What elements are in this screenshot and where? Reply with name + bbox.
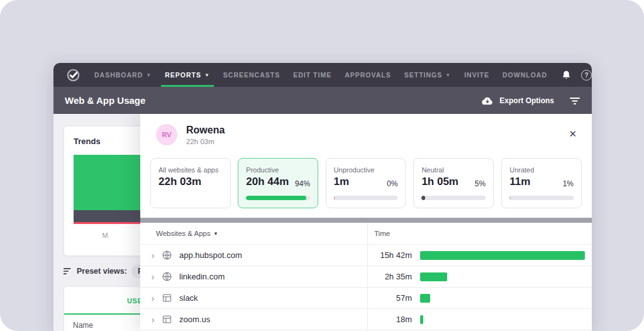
- column-header-websites-apps[interactable]: Websites & Apps ▾: [140, 223, 368, 244]
- row-website-cell: › app.hubspot.com: [140, 245, 368, 266]
- sort-caret-icon: ▾: [214, 230, 218, 237]
- nav-item-label: INVITE: [464, 71, 489, 79]
- row-time-cell: 18m: [368, 309, 592, 330]
- subheader-actions: Export Options: [481, 94, 580, 107]
- chevron-down-icon: ▼: [204, 72, 210, 78]
- column-label: Websites & Apps: [156, 230, 211, 237]
- time-bar-area: [420, 251, 585, 260]
- summary-cards-row: All websites & apps 22h 03m Productive 2…: [150, 158, 582, 208]
- summary-card[interactable]: All websites & apps 22h 03m: [150, 158, 231, 208]
- filter-icon[interactable]: [569, 96, 580, 105]
- app-window-icon: [162, 293, 172, 303]
- expand-chevron-icon[interactable]: ›: [149, 315, 157, 324]
- table-header: Websites & Apps ▾ Time: [140, 223, 592, 245]
- chevron-down-icon: ▼: [445, 72, 451, 78]
- notifications-bell-icon[interactable]: [560, 69, 572, 81]
- nav-item-label: DASHBOARD: [94, 71, 143, 79]
- time-bar-area: [420, 315, 585, 324]
- user-detail-header: RV Rowena 22h 03m ✕: [140, 114, 592, 145]
- content-area: Trends M Preset views: Produ USER: [53, 114, 592, 331]
- row-website-cell: › slack: [140, 288, 368, 308]
- summary-card-label: All websites & apps: [158, 166, 223, 174]
- preset-filter-icon: [63, 267, 72, 275]
- nav-item-label: DOWNLOAD: [502, 71, 547, 79]
- expand-chevron-icon[interactable]: ›: [149, 272, 157, 281]
- report-subheader: Web & App Usage Export Options: [53, 87, 592, 114]
- section-divider: [140, 218, 592, 223]
- help-icon[interactable]: ?: [581, 70, 592, 81]
- website-name: slack: [179, 293, 198, 303]
- summary-card-percent: 1%: [563, 179, 574, 188]
- column-header-time: Time: [368, 230, 390, 237]
- users-name-column-header: Name: [73, 321, 93, 330]
- summary-progress-track: [509, 196, 574, 200]
- summary-card[interactable]: Neutral 1h 05m 5%: [413, 158, 494, 208]
- summary-card[interactable]: Unproductive 1m 0%: [326, 158, 406, 208]
- time-value: 57m: [373, 293, 412, 303]
- app-window: DASHBOARD ▼ REPORTS ▼ SCREENCASTS EDIT T…: [53, 63, 592, 331]
- nav-right-group: ? Time Doctor ... AS: [560, 67, 592, 83]
- user-avatar-rv: RV: [156, 124, 177, 145]
- nav-item-label: APPROVALS: [345, 71, 391, 79]
- summary-card-value: 22h 03m: [158, 176, 223, 188]
- globe-icon: [162, 250, 172, 261]
- nav-item[interactable]: SCREENCASTS: [223, 63, 280, 87]
- summary-card-percent: 94%: [295, 179, 310, 188]
- nav-item-label: SETTINGS: [404, 71, 443, 79]
- time-bar-area: [420, 272, 585, 281]
- nav-item[interactable]: REPORTS ▼: [165, 63, 210, 87]
- time-doctor-logo-icon[interactable]: [66, 68, 80, 82]
- nav-item-label: REPORTS: [165, 71, 201, 79]
- expand-chevron-icon[interactable]: ›: [149, 251, 157, 260]
- summary-progress-track: [246, 196, 310, 200]
- nav-item[interactable]: EDIT TIME: [293, 63, 331, 87]
- time-bar: [420, 294, 430, 303]
- summary-card[interactable]: Productive 20h 44m 94%: [238, 158, 318, 208]
- time-bar: [420, 251, 585, 260]
- summary-card-percent: 5%: [475, 179, 486, 188]
- website-name: app.hubspot.com: [179, 250, 242, 260]
- summary-card[interactable]: Unrated 11m 1%: [501, 158, 582, 208]
- summary-progress-fill: [509, 196, 511, 200]
- time-bar: [420, 315, 423, 324]
- close-icon[interactable]: ✕: [569, 129, 577, 138]
- row-time-cell: 57m: [368, 288, 592, 308]
- table-row[interactable]: › app.hubspot.com 15h 42m: [140, 245, 592, 266]
- summary-card-percent: 0%: [387, 179, 397, 188]
- page-title: Web & App Usage: [65, 95, 145, 106]
- usage-table-body: › app.hubspot.com 15h 42m ›: [140, 245, 592, 330]
- website-name: zoom.us: [179, 315, 210, 324]
- nav-item[interactable]: INVITE: [464, 63, 489, 87]
- nav-item[interactable]: SETTINGS ▼: [404, 63, 451, 87]
- summary-progress-fill: [421, 196, 425, 200]
- top-nav: DASHBOARD ▼ REPORTS ▼ SCREENCASTS EDIT T…: [53, 63, 592, 87]
- table-row[interactable]: › zoom.us 18m: [140, 309, 592, 330]
- row-website-cell: › linkedin.com: [140, 266, 368, 287]
- nav-item[interactable]: APPROVALS: [345, 63, 391, 87]
- user-detail-panel: RV Rowena 22h 03m ✕ All websites & apps …: [140, 114, 592, 331]
- summary-progress-fill: [334, 196, 335, 200]
- nav-item[interactable]: DOWNLOAD: [502, 63, 547, 87]
- cloud-download-icon[interactable]: [481, 94, 494, 107]
- nav-item[interactable]: DASHBOARD ▼: [94, 63, 152, 87]
- time-value: 15h 42m: [373, 250, 412, 260]
- expand-chevron-icon[interactable]: ›: [149, 294, 157, 303]
- summary-card-label: Productive: [246, 166, 310, 174]
- time-value: 18m: [373, 315, 412, 324]
- nav-item-label: EDIT TIME: [293, 71, 331, 79]
- export-options-button[interactable]: Export Options: [499, 96, 554, 105]
- globe-icon: [162, 271, 172, 282]
- nav-item-label: SCREENCASTS: [223, 71, 280, 79]
- preset-views-label: Preset views:: [77, 267, 127, 276]
- summary-card-label: Neutral: [421, 166, 486, 174]
- summary-progress-track: [421, 196, 486, 200]
- nav-items: DASHBOARD ▼ REPORTS ▼ SCREENCASTS EDIT T…: [94, 63, 560, 87]
- website-name: linkedin.com: [179, 272, 225, 281]
- summary-card-label: Unrated: [509, 166, 574, 174]
- table-row[interactable]: › slack 57m: [140, 288, 592, 309]
- table-row[interactable]: › linkedin.com 2h 35m: [140, 266, 592, 288]
- app-window-icon: [162, 314, 172, 325]
- row-time-cell: 2h 35m: [368, 266, 592, 287]
- summary-progress-track: [334, 196, 398, 200]
- time-bar-area: [420, 294, 585, 303]
